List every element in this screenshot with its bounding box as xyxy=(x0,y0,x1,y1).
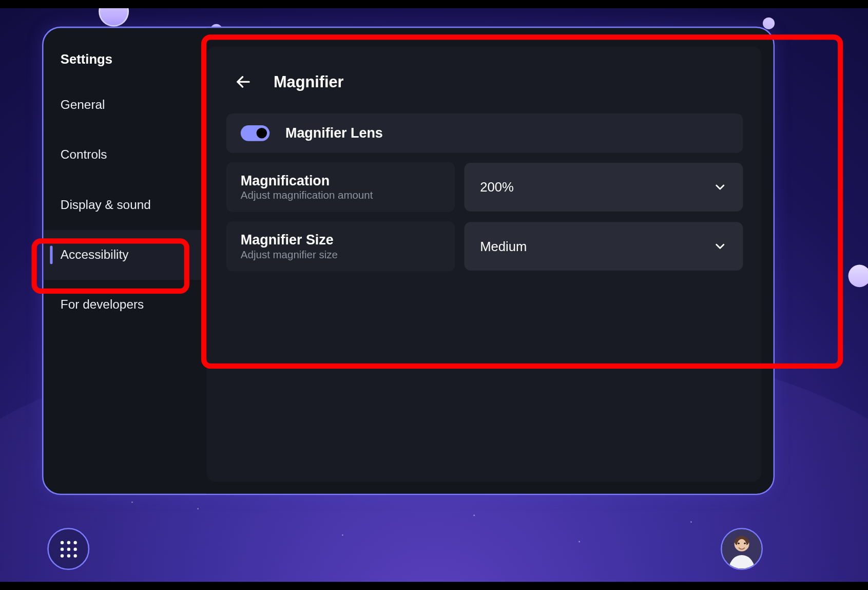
grid-icon xyxy=(60,541,76,557)
magnifier-lens-toggle[interactable] xyxy=(241,125,269,141)
avatar-icon xyxy=(722,529,762,569)
sidebar-item-label: Accessibility xyxy=(61,248,129,262)
dropdown-value: 200% xyxy=(480,180,514,195)
svg-point-4 xyxy=(744,542,746,544)
sidebar-item-label: Controls xyxy=(61,148,107,162)
sidebar-item-label: General xyxy=(61,98,105,112)
orb-decoration xyxy=(763,17,775,29)
content-area: Magnifier Magnifier Lens Magnification A… xyxy=(206,28,773,493)
orb-decoration xyxy=(99,8,129,27)
chevron-down-icon xyxy=(713,180,727,194)
dropdown-value: Medium xyxy=(480,239,527,254)
page-title: Magnifier xyxy=(274,73,344,91)
setting-label: Magnifier Size xyxy=(241,232,440,248)
setting-label: Magnifier Lens xyxy=(285,125,383,141)
magnifier-size-dropdown[interactable]: Medium xyxy=(464,222,743,271)
sidebar-item-label: Display & sound xyxy=(61,198,151,212)
settings-window: Settings General Controls Display & soun… xyxy=(42,27,775,495)
sidebar-item-display-sound[interactable]: Display & sound xyxy=(44,180,207,230)
setting-row-magnification: Magnification Adjust magnification amoun… xyxy=(226,162,743,212)
setting-row-magnifier-lens: Magnifier Lens xyxy=(226,113,743,153)
sidebar: Settings General Controls Display & soun… xyxy=(44,28,207,493)
sidebar-item-general[interactable]: General xyxy=(44,80,207,130)
sidebar-item-controls[interactable]: Controls xyxy=(44,130,207,180)
svg-point-3 xyxy=(738,542,740,544)
sidebar-title: Settings xyxy=(44,39,207,80)
sidebar-item-label: For developers xyxy=(61,298,144,312)
setting-sublabel: Adjust magnification amount xyxy=(241,190,440,202)
avatar-button[interactable] xyxy=(721,528,763,570)
app-launcher-button[interactable] xyxy=(47,528,89,570)
setting-row-magnifier-size: Magnifier Size Adjust magnifier size Med… xyxy=(226,221,743,271)
arrow-left-icon xyxy=(235,73,252,90)
page-header: Magnifier xyxy=(226,64,743,113)
setting-label: Magnification xyxy=(241,173,440,188)
back-button[interactable] xyxy=(232,70,255,93)
chevron-down-icon xyxy=(713,239,727,254)
orb-decoration xyxy=(848,265,868,288)
setting-sublabel: Adjust magnifier size xyxy=(241,249,440,261)
sidebar-item-accessibility[interactable]: Accessibility xyxy=(44,230,207,280)
sidebar-item-for-developers[interactable]: For developers xyxy=(44,280,207,330)
magnification-dropdown[interactable]: 200% xyxy=(464,163,743,212)
